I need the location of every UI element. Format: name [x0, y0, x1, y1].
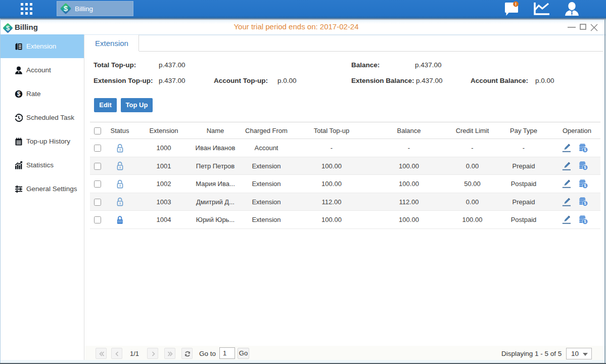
svg-text:$: $ — [584, 183, 586, 188]
svg-text:$: $ — [584, 201, 586, 206]
svg-text:$: $ — [584, 147, 586, 152]
svg-text:!: ! — [515, 2, 517, 7]
svg-text:$: $ — [584, 219, 586, 224]
svg-text:$: $ — [584, 165, 586, 170]
svg-text:$: $ — [17, 90, 21, 98]
svg-text:$: $ — [64, 4, 68, 13]
